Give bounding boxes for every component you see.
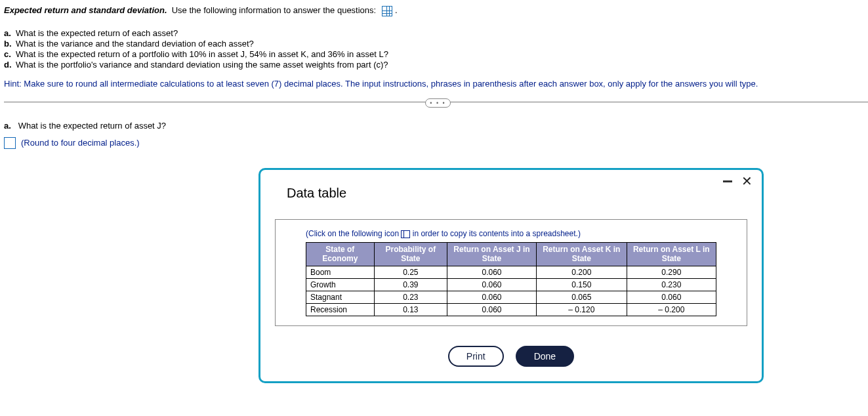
answer-input[interactable] — [4, 137, 16, 149]
hint-text: Hint: Make sure to round all intermediat… — [4, 79, 868, 89]
title-bold: Expected return and standard deviation. — [4, 5, 167, 15]
title-rest: Use the following information to answer … — [172, 5, 376, 15]
sub-question-a: a. What is the expected return of asset … — [4, 121, 868, 131]
round-note: (Round to four decimal places.) — [21, 138, 140, 148]
question-b: b.What is the variance and the standard … — [4, 39, 868, 49]
answer-row: (Round to four decimal places.) — [4, 137, 868, 149]
question-list: a.What is the expected return of each as… — [4, 28, 868, 70]
question-d: d.What is the portfolio's variance and s… — [4, 60, 868, 70]
problem-title: Expected return and standard deviation. … — [4, 5, 868, 16]
separator-pill-wrap: • • • — [4, 97, 868, 108]
more-pill[interactable]: • • • — [425, 98, 450, 108]
question-a: a.What is the expected return of each as… — [4, 28, 868, 38]
data-grid-icon[interactable] — [382, 6, 392, 16]
question-c: c.What is the expected return of a portf… — [4, 49, 868, 59]
